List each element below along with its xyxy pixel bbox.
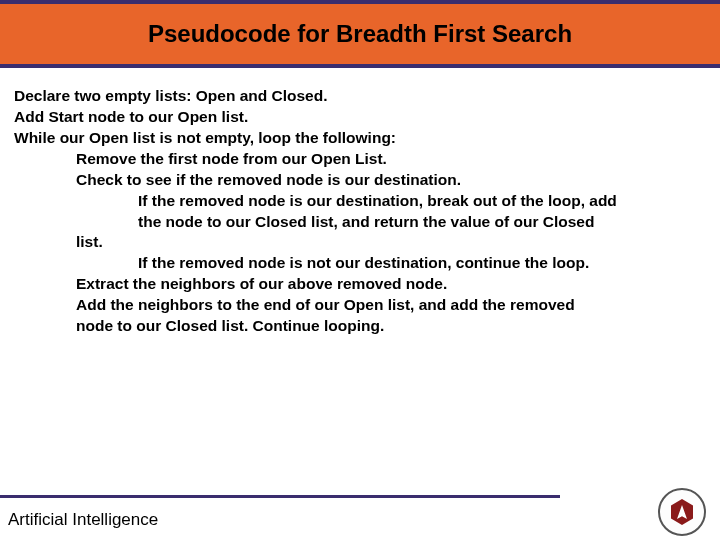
title-bar: Pseudocode for Breadth First Search [0,0,720,68]
code-line: While our Open list is not empty, loop t… [14,128,706,149]
pseudocode-content: Declare two empty lists: Open and Closed… [0,68,720,337]
footer-text: Artificial Intelligence [8,510,158,530]
code-line: Extract the neighbors of our above remov… [76,274,706,295]
code-line: Check to see if the removed node is our … [76,170,706,191]
code-line: Declare two empty lists: Open and Closed… [14,86,706,107]
code-line: If the removed node is our destination, … [138,191,706,212]
code-line: Remove the first node from our Open List… [76,149,706,170]
university-seal-icon [658,488,706,536]
slide-title: Pseudocode for Breadth First Search [148,20,572,48]
code-line: If the removed node is not our destinati… [138,253,706,274]
code-line: list. [76,232,706,253]
code-line: Add Start node to our Open list. [14,107,706,128]
code-line: the node to our Closed list, and return … [138,212,706,233]
code-line: node to our Closed list. Continue loopin… [76,316,706,337]
code-line: Add the neighbors to the end of our Open… [76,295,706,316]
footer-divider [0,495,560,498]
seal-shield [671,499,693,525]
seal-ring [658,488,706,536]
footer: Artificial Intelligence [0,484,720,540]
